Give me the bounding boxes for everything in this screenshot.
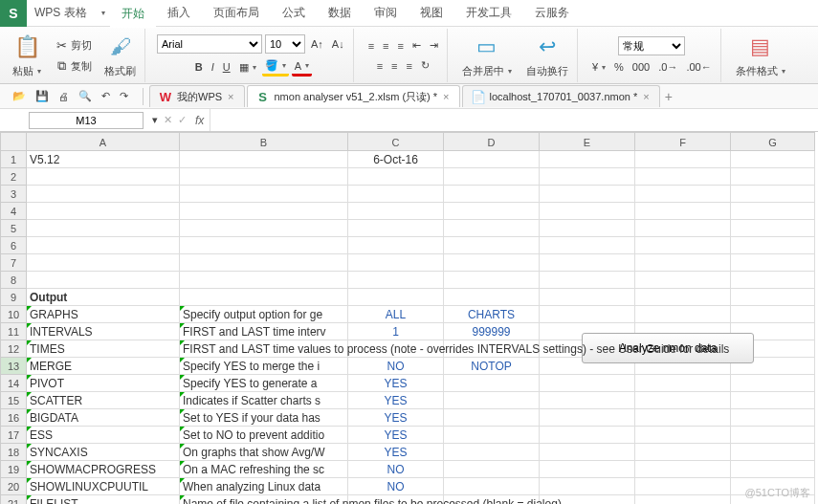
cell-E15[interactable] — [540, 392, 635, 409]
cell-C20[interactable]: NO — [348, 478, 444, 495]
cell-G1[interactable] — [731, 151, 815, 168]
row-header-11[interactable]: 11 — [0, 323, 27, 340]
cell-G14[interactable] — [731, 375, 815, 392]
cell-B5[interactable] — [180, 220, 348, 237]
doc-tab-0[interactable]: W我的WPS× — [149, 85, 245, 107]
font-size-select[interactable]: 10 — [265, 34, 305, 54]
fill-color-button[interactable]: 🪣 — [262, 57, 289, 77]
menu-tab-2[interactable]: 页面布局 — [202, 0, 271, 27]
col-header-D[interactable]: D — [444, 132, 540, 151]
cell-B16[interactable]: Set to YES if your data has — [180, 409, 348, 427]
cell-D11[interactable]: 999999 — [444, 323, 540, 340]
col-header-F[interactable]: F — [635, 132, 731, 151]
cell-G2[interactable] — [731, 168, 815, 186]
cell-G4[interactable] — [731, 203, 815, 220]
cell-C15[interactable]: YES — [348, 392, 444, 409]
cell-D5[interactable] — [444, 220, 540, 237]
select-all-corner[interactable] — [0, 132, 27, 151]
align-top-button[interactable]: ≡ — [365, 38, 377, 54]
cell-F18[interactable] — [635, 444, 731, 461]
cell-B19[interactable]: On a MAC refreshing the sc — [180, 461, 348, 478]
cell-E4[interactable] — [540, 203, 635, 220]
print-icon[interactable]: 🖨 — [55, 88, 72, 104]
cell-F5[interactable] — [635, 220, 731, 237]
font-name-select[interactable]: Arial — [157, 34, 262, 54]
cell-D14[interactable] — [444, 375, 540, 392]
cell-D8[interactable] — [444, 272, 540, 289]
underline-button[interactable]: U — [220, 59, 233, 75]
cell-F17[interactable] — [635, 427, 731, 444]
cell-G16[interactable] — [731, 409, 815, 427]
cell-D19[interactable] — [444, 461, 540, 478]
align-right-button[interactable]: ≡ — [404, 58, 415, 74]
row-header-7[interactable]: 7 — [0, 254, 27, 272]
indent-increase-button[interactable]: ⇥ — [427, 37, 441, 54]
cell-C18[interactable]: YES — [348, 444, 444, 461]
cell-B8[interactable] — [180, 272, 348, 289]
cell-A19[interactable]: SHOWMACPROGRESS — [27, 461, 180, 478]
menu-tab-8[interactable]: 云服务 — [523, 0, 581, 27]
cell-F10[interactable] — [635, 306, 731, 323]
cell-A16[interactable]: BIGDATA — [27, 409, 180, 427]
cell-C7[interactable] — [348, 254, 444, 272]
cell-A14[interactable]: PIVOT — [27, 375, 180, 392]
cell-F16[interactable] — [635, 409, 731, 427]
row-header-4[interactable]: 4 — [0, 203, 27, 220]
cell-A12[interactable]: TIMES — [27, 340, 180, 358]
cell-C6[interactable] — [348, 237, 444, 254]
doc-tab-1[interactable]: Snmon analyser v51_2.xlsm (只读) *× — [247, 85, 460, 107]
currency-button[interactable]: ¥ — [589, 59, 608, 75]
cell-F7[interactable] — [635, 254, 731, 272]
cell-D17[interactable] — [444, 427, 540, 444]
cell-F20[interactable] — [635, 478, 731, 495]
cell-G15[interactable] — [731, 392, 815, 409]
cell-G19[interactable] — [731, 461, 815, 478]
percent-button[interactable]: % — [611, 59, 627, 75]
cell-E16[interactable] — [540, 409, 635, 427]
cell-G6[interactable] — [731, 237, 815, 254]
merge-icon[interactable]: ▭ — [472, 32, 502, 62]
bold-button[interactable]: B — [192, 59, 206, 75]
cell-B17[interactable]: Set to NO to prevent additio — [180, 427, 348, 444]
cell-C19[interactable]: NO — [348, 461, 444, 478]
cell-E10[interactable] — [540, 306, 635, 323]
cell-B4[interactable] — [180, 203, 348, 220]
cond-format-button[interactable]: 条件格式 — [733, 62, 788, 80]
cond-format-icon[interactable]: ▤ — [745, 32, 776, 62]
menu-tab-0[interactable]: 开始 — [110, 0, 156, 28]
cell-E20[interactable] — [540, 478, 635, 495]
cell-C14[interactable]: YES — [348, 375, 444, 392]
cell-E2[interactable] — [540, 168, 635, 186]
cell-A6[interactable] — [27, 237, 180, 254]
cell-B11[interactable]: FIRST and LAST time interv — [180, 323, 348, 340]
paste-button[interactable]: 粘贴 — [10, 62, 44, 80]
cell-C8[interactable] — [348, 272, 444, 289]
menu-tab-5[interactable]: 审阅 — [363, 0, 409, 27]
cell-E17[interactable] — [540, 427, 635, 444]
cell-B21[interactable]: Name of file containing a list of nmon f… — [180, 495, 348, 504]
cell-A15[interactable]: SCATTER — [27, 392, 180, 409]
cell-B12[interactable]: FIRST and LAST time values to process (n… — [180, 340, 348, 358]
cell-B20[interactable]: When analyzing Linux data — [180, 478, 348, 495]
row-header-19[interactable]: 19 — [0, 461, 27, 478]
folder-open-icon[interactable]: 📂 — [10, 88, 29, 104]
doc-tab-close[interactable]: × — [641, 91, 651, 102]
cell-E14[interactable] — [540, 375, 635, 392]
cell-A17[interactable]: ESS — [27, 427, 180, 444]
cell-D1[interactable] — [444, 151, 540, 168]
row-header-17[interactable]: 17 — [0, 427, 27, 444]
cell-A4[interactable] — [27, 203, 180, 220]
row-header-18[interactable]: 18 — [0, 444, 27, 461]
cell-E8[interactable] — [540, 272, 635, 289]
row-header-21[interactable]: 21 — [0, 495, 27, 504]
cell-B6[interactable] — [180, 237, 348, 254]
print-preview-icon[interactable]: 🔍 — [76, 88, 95, 104]
paste-icon[interactable]: 📋 — [11, 32, 42, 62]
italic-button[interactable]: I — [209, 59, 217, 75]
cell-A1[interactable]: V5.12 — [27, 151, 180, 168]
cell-F21[interactable] — [635, 495, 731, 504]
cell-D15[interactable] — [444, 392, 540, 409]
cell-B7[interactable] — [180, 254, 348, 272]
cell-A10[interactable]: GRAPHS — [27, 306, 180, 323]
cell-A21[interactable]: FILELIST — [27, 495, 180, 504]
